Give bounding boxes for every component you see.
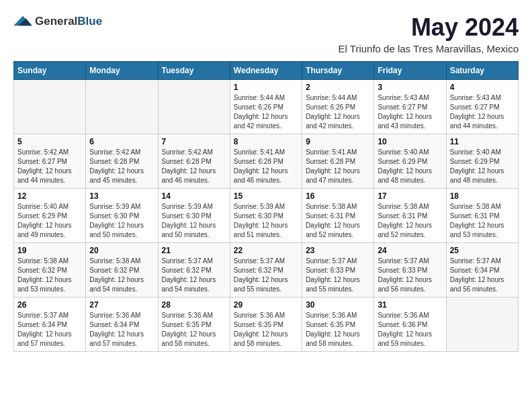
week-row-2: 5Sunrise: 5:42 AM Sunset: 6:27 PM Daylig… bbox=[14, 134, 519, 189]
logo-general: General bbox=[35, 15, 77, 28]
day-info: Sunrise: 5:43 AM Sunset: 6:27 PM Dayligh… bbox=[450, 93, 515, 131]
calendar-cell: 7Sunrise: 5:42 AM Sunset: 6:28 PM Daylig… bbox=[158, 134, 230, 189]
day-number: 20 bbox=[89, 246, 154, 255]
calendar-cell: 20Sunrise: 5:38 AM Sunset: 6:32 PM Dayli… bbox=[86, 243, 158, 298]
calendar-cell: 9Sunrise: 5:41 AM Sunset: 6:28 PM Daylig… bbox=[302, 134, 374, 189]
day-number: 13 bbox=[89, 191, 154, 201]
day-number: 21 bbox=[162, 246, 226, 255]
day-info: Sunrise: 5:44 AM Sunset: 6:26 PM Dayligh… bbox=[306, 93, 370, 131]
day-number: 22 bbox=[234, 246, 298, 255]
calendar-cell: 13Sunrise: 5:39 AM Sunset: 6:30 PM Dayli… bbox=[86, 189, 158, 243]
day-info: Sunrise: 5:41 AM Sunset: 6:28 PM Dayligh… bbox=[306, 148, 370, 185]
calendar-cell bbox=[86, 80, 158, 134]
location-title: El Triunfo de las Tres Maravillas, Mexic… bbox=[339, 43, 519, 54]
day-number: 15 bbox=[234, 191, 298, 201]
day-info: Sunrise: 5:40 AM Sunset: 6:29 PM Dayligh… bbox=[378, 148, 442, 185]
day-number: 24 bbox=[378, 246, 442, 255]
day-info: Sunrise: 5:36 AM Sunset: 6:35 PM Dayligh… bbox=[234, 311, 298, 349]
day-number: 3 bbox=[378, 83, 442, 92]
day-number: 2 bbox=[306, 83, 370, 92]
weekday-friday: Friday bbox=[374, 62, 446, 80]
day-number: 18 bbox=[450, 191, 515, 201]
day-info: Sunrise: 5:42 AM Sunset: 6:27 PM Dayligh… bbox=[17, 148, 82, 185]
calendar-cell: 14Sunrise: 5:39 AM Sunset: 6:30 PM Dayli… bbox=[158, 189, 230, 243]
week-row-5: 26Sunrise: 5:37 AM Sunset: 6:34 PM Dayli… bbox=[14, 298, 519, 352]
calendar-cell: 23Sunrise: 5:37 AM Sunset: 6:33 PM Dayli… bbox=[302, 243, 374, 298]
month-title: May 2024 bbox=[339, 13, 519, 42]
day-info: Sunrise: 5:40 AM Sunset: 6:29 PM Dayligh… bbox=[450, 148, 515, 185]
day-number: 27 bbox=[89, 300, 154, 310]
day-number: 30 bbox=[306, 300, 370, 310]
day-number: 11 bbox=[450, 137, 515, 146]
calendar-cell: 27Sunrise: 5:36 AM Sunset: 6:34 PM Dayli… bbox=[86, 298, 158, 352]
header: GeneralBlue May 2024 El Triunfo de las T… bbox=[13, 13, 519, 54]
day-info: Sunrise: 5:37 AM Sunset: 6:34 PM Dayligh… bbox=[17, 311, 82, 349]
day-number: 6 bbox=[89, 137, 154, 146]
weekday-tuesday: Tuesday bbox=[158, 62, 230, 80]
weekday-monday: Monday bbox=[86, 62, 158, 80]
day-info: Sunrise: 5:42 AM Sunset: 6:28 PM Dayligh… bbox=[89, 148, 154, 185]
calendar-cell: 30Sunrise: 5:36 AM Sunset: 6:35 PM Dayli… bbox=[302, 298, 374, 352]
day-number: 25 bbox=[450, 246, 515, 255]
calendar-cell: 17Sunrise: 5:38 AM Sunset: 6:31 PM Dayli… bbox=[374, 189, 446, 243]
weekday-header-row: SundayMondayTuesdayWednesdayThursdayFrid… bbox=[14, 62, 519, 80]
calendar-cell: 24Sunrise: 5:37 AM Sunset: 6:33 PM Dayli… bbox=[374, 243, 446, 298]
calendar-cell: 6Sunrise: 5:42 AM Sunset: 6:28 PM Daylig… bbox=[86, 134, 158, 189]
day-info: Sunrise: 5:37 AM Sunset: 6:32 PM Dayligh… bbox=[162, 257, 226, 294]
weekday-saturday: Saturday bbox=[446, 62, 518, 80]
day-info: Sunrise: 5:39 AM Sunset: 6:30 PM Dayligh… bbox=[234, 202, 298, 240]
weekday-sunday: Sunday bbox=[14, 62, 86, 80]
day-info: Sunrise: 5:41 AM Sunset: 6:28 PM Dayligh… bbox=[234, 148, 298, 185]
calendar-cell: 26Sunrise: 5:37 AM Sunset: 6:34 PM Dayli… bbox=[14, 298, 86, 352]
day-info: Sunrise: 5:36 AM Sunset: 6:36 PM Dayligh… bbox=[378, 311, 442, 349]
day-number: 26 bbox=[17, 300, 82, 310]
day-number: 8 bbox=[234, 137, 298, 146]
day-info: Sunrise: 5:37 AM Sunset: 6:33 PM Dayligh… bbox=[378, 257, 442, 294]
calendar-cell bbox=[158, 80, 230, 134]
calendar-cell: 15Sunrise: 5:39 AM Sunset: 6:30 PM Dayli… bbox=[230, 189, 302, 243]
day-number: 10 bbox=[378, 137, 442, 146]
calendar-cell: 31Sunrise: 5:36 AM Sunset: 6:36 PM Dayli… bbox=[374, 298, 446, 352]
day-info: Sunrise: 5:36 AM Sunset: 6:35 PM Dayligh… bbox=[162, 311, 226, 349]
week-row-1: 1Sunrise: 5:44 AM Sunset: 6:26 PM Daylig… bbox=[14, 80, 519, 134]
calendar-cell: 8Sunrise: 5:41 AM Sunset: 6:28 PM Daylig… bbox=[230, 134, 302, 189]
day-number: 12 bbox=[17, 191, 82, 201]
day-number: 1 bbox=[234, 83, 298, 92]
day-number: 19 bbox=[17, 246, 82, 255]
day-info: Sunrise: 5:37 AM Sunset: 6:34 PM Dayligh… bbox=[450, 257, 515, 294]
calendar-cell: 4Sunrise: 5:43 AM Sunset: 6:27 PM Daylig… bbox=[446, 80, 518, 134]
logo-blue: Blue bbox=[77, 15, 102, 28]
day-info: Sunrise: 5:38 AM Sunset: 6:32 PM Dayligh… bbox=[89, 257, 154, 294]
logo-icon bbox=[13, 13, 32, 28]
day-number: 16 bbox=[306, 191, 370, 201]
calendar-cell: 19Sunrise: 5:38 AM Sunset: 6:32 PM Dayli… bbox=[14, 243, 86, 298]
day-number: 31 bbox=[378, 300, 442, 310]
day-info: Sunrise: 5:39 AM Sunset: 6:30 PM Dayligh… bbox=[89, 202, 154, 240]
day-info: Sunrise: 5:37 AM Sunset: 6:33 PM Dayligh… bbox=[306, 257, 370, 294]
week-row-4: 19Sunrise: 5:38 AM Sunset: 6:32 PM Dayli… bbox=[14, 243, 519, 298]
day-number: 17 bbox=[378, 191, 442, 201]
calendar-cell bbox=[14, 80, 86, 134]
calendar-cell: 22Sunrise: 5:37 AM Sunset: 6:32 PM Dayli… bbox=[230, 243, 302, 298]
calendar-cell: 21Sunrise: 5:37 AM Sunset: 6:32 PM Dayli… bbox=[158, 243, 230, 298]
weekday-thursday: Thursday bbox=[302, 62, 374, 80]
calendar-cell: 16Sunrise: 5:38 AM Sunset: 6:31 PM Dayli… bbox=[302, 189, 374, 243]
day-info: Sunrise: 5:38 AM Sunset: 6:31 PM Dayligh… bbox=[306, 202, 370, 240]
logo: GeneralBlue bbox=[13, 13, 102, 28]
day-number: 28 bbox=[162, 300, 226, 310]
day-info: Sunrise: 5:38 AM Sunset: 6:32 PM Dayligh… bbox=[17, 257, 82, 294]
day-info: Sunrise: 5:43 AM Sunset: 6:27 PM Dayligh… bbox=[378, 93, 442, 131]
weekday-wednesday: Wednesday bbox=[230, 62, 302, 80]
calendar-cell: 29Sunrise: 5:36 AM Sunset: 6:35 PM Dayli… bbox=[230, 298, 302, 352]
calendar-cell: 12Sunrise: 5:40 AM Sunset: 6:29 PM Dayli… bbox=[14, 189, 86, 243]
calendar-cell bbox=[446, 298, 518, 352]
day-info: Sunrise: 5:36 AM Sunset: 6:35 PM Dayligh… bbox=[306, 311, 370, 349]
day-number: 9 bbox=[306, 137, 370, 146]
day-info: Sunrise: 5:39 AM Sunset: 6:30 PM Dayligh… bbox=[162, 202, 226, 240]
calendar-cell: 11Sunrise: 5:40 AM Sunset: 6:29 PM Dayli… bbox=[446, 134, 518, 189]
day-info: Sunrise: 5:38 AM Sunset: 6:31 PM Dayligh… bbox=[378, 202, 442, 240]
calendar-cell: 2Sunrise: 5:44 AM Sunset: 6:26 PM Daylig… bbox=[302, 80, 374, 134]
calendar-cell: 1Sunrise: 5:44 AM Sunset: 6:26 PM Daylig… bbox=[230, 80, 302, 134]
day-number: 14 bbox=[162, 191, 226, 201]
calendar-cell: 28Sunrise: 5:36 AM Sunset: 6:35 PM Dayli… bbox=[158, 298, 230, 352]
